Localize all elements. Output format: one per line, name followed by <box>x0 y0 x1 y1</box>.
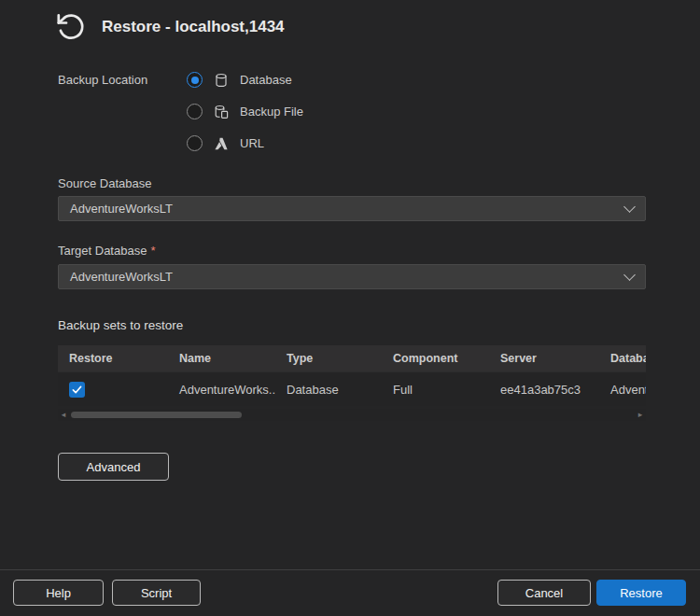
radio-selected-icon <box>187 72 203 88</box>
column-header-component[interactable]: Component <box>382 352 489 365</box>
radio-option-label: URL <box>240 136 264 150</box>
restore-button[interactable]: Restore <box>596 580 686 606</box>
source-database-select[interactable]: AdventureWorksLT <box>58 196 646 221</box>
radio-unselected-icon <box>187 104 203 119</box>
restore-checkbox[interactable] <box>69 382 85 398</box>
database-icon <box>213 72 230 89</box>
source-database-value: AdventureWorksLT <box>70 202 625 216</box>
column-header-name[interactable]: Name <box>168 352 275 365</box>
cell-server: ee41a3ab75c3 <box>489 383 599 397</box>
required-marker: * <box>150 244 155 258</box>
radio-option-database[interactable]: Database <box>187 69 303 91</box>
footer-divider <box>0 569 700 570</box>
dialog-title: Restore - localhost,1434 <box>102 18 285 36</box>
backup-file-icon <box>213 104 230 120</box>
radio-option-backup-file[interactable]: Backup File <box>187 101 303 122</box>
scrollbar-thumb[interactable] <box>71 412 242 418</box>
restore-icon <box>54 10 88 44</box>
backup-location-label: Backup Location <box>58 73 147 87</box>
dialog-header: Restore - localhost,1434 <box>54 10 285 44</box>
target-database-label: Target Database* <box>58 244 155 258</box>
scrollbar-track[interactable] <box>69 412 635 418</box>
cell-type: Database <box>275 383 382 397</box>
column-header-type[interactable]: Type <box>275 352 382 365</box>
azure-url-icon <box>213 135 230 152</box>
column-header-server[interactable]: Server <box>489 352 599 365</box>
column-header-restore[interactable]: Restore <box>58 352 168 365</box>
radio-option-label: Backup File <box>240 105 303 119</box>
cell-database: Adventu... <box>599 383 646 397</box>
target-database-value: AdventureWorksLT <box>70 270 625 284</box>
table-header-row: Restore Name Type Component Server Datab… <box>58 345 646 371</box>
advanced-button[interactable]: Advanced <box>58 453 169 481</box>
help-button[interactable]: Help <box>13 580 104 606</box>
cell-name: AdventureWorks... <box>168 383 275 397</box>
cell-component: Full <box>382 383 489 397</box>
scroll-left-arrow-icon[interactable]: ◂ <box>58 409 69 421</box>
table-row[interactable]: AdventureWorks... Database Full ee41a3ab… <box>58 371 646 406</box>
scroll-right-arrow-icon[interactable]: ▸ <box>635 409 646 421</box>
target-database-select[interactable]: AdventureWorksLT <box>58 264 646 289</box>
radio-option-url[interactable]: URL <box>187 133 303 154</box>
column-header-database[interactable]: Database <box>599 352 646 365</box>
backup-sets-table: Restore Name Type Component Server Datab… <box>58 345 646 406</box>
horizontal-scrollbar[interactable]: ◂ ▸ <box>58 409 646 421</box>
chevron-down-icon <box>623 201 636 213</box>
radio-unselected-icon <box>187 135 203 151</box>
backup-sets-label: Backup sets to restore <box>58 318 183 332</box>
script-button[interactable]: Script <box>112 580 201 606</box>
chevron-down-icon <box>623 269 636 281</box>
cancel-button[interactable]: Cancel <box>497 580 591 606</box>
radio-option-label: Database <box>240 73 292 87</box>
backup-location-radio-group: Database Backup File URL <box>187 69 303 154</box>
source-database-label: Source Database <box>58 176 151 190</box>
